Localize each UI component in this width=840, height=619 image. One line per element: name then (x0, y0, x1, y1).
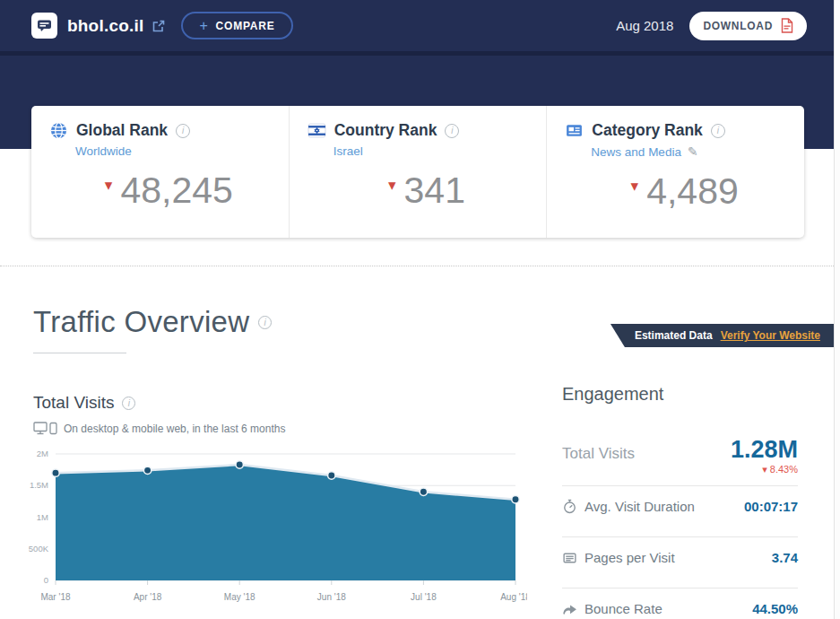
info-icon[interactable]: i (258, 316, 272, 329)
pages-per-visit-value: 3.74 (772, 550, 798, 565)
bounce-rate-label: Bounce Rate (585, 601, 662, 616)
info-icon[interactable]: i (122, 397, 135, 410)
total-visits-label: Total Visits (562, 437, 635, 463)
svg-text:1M: 1M (37, 512, 48, 522)
category-link[interactable]: News and Media (591, 145, 681, 159)
report-date[interactable]: Aug 2018 (616, 18, 673, 33)
bounce-rate-row: Bounce Rate 44.50% (562, 588, 798, 619)
svg-text:Aug '18: Aug '18 (500, 592, 527, 602)
bounce-arrow-icon (562, 601, 577, 616)
pages-per-visit-row: Pages per Visit 3.74 (562, 537, 798, 578)
category-rank-panel: Category Rank i News and Media ✎ ▾4,489 (546, 106, 804, 238)
svg-text:Jul '18: Jul '18 (411, 592, 437, 602)
israel-flag-icon (307, 121, 326, 140)
site-name: bhol.co.il (67, 16, 143, 36)
chart-subtitle: On desktop & mobile web, in the last 6 m… (33, 422, 285, 435)
info-icon[interactable]: i (711, 124, 725, 138)
info-icon[interactable]: i (445, 124, 459, 138)
country-rank-value: ▾341 (307, 170, 547, 212)
pages-per-visit-label: Pages per Visit (585, 550, 675, 565)
avg-visit-duration-label: Avg. Visit Duration (585, 499, 695, 514)
global-rank-title: Global Rank (76, 121, 168, 140)
rank-down-icon: ▾ (105, 177, 113, 194)
site-favicon (31, 13, 57, 39)
country-rank-panel: Country Rank i Israel ▾341 (289, 106, 547, 238)
svg-text:0: 0 (44, 575, 48, 585)
avg-visit-duration-value: 00:07:17 (744, 499, 798, 514)
pdf-file-icon (781, 18, 793, 33)
svg-text:500K: 500K (29, 544, 49, 554)
page-edge (834, 0, 840, 619)
category-rank-title: Category Rank (592, 121, 703, 140)
change-down-icon: ▾ (762, 464, 767, 475)
svg-text:Mar '18: Mar '18 (40, 592, 70, 602)
change-badge: ▾ 8.43% (731, 464, 798, 475)
total-visits-chart[interactable]: 0500K1M1.5M2MMar '18Apr '18May '18Jun '1… (25, 445, 527, 608)
svg-text:May '18: May '18 (224, 592, 255, 602)
newspaper-icon (565, 121, 584, 140)
engagement-title: Engagement (562, 384, 798, 405)
plus-icon: + (199, 19, 208, 33)
top-bar: bhol.co.il + COMPARE Aug 2018 DOWNLOAD (0, 0, 834, 51)
global-rank-panel: Global Rank i Worldwide ▾48,245 (31, 106, 289, 238)
info-icon[interactable]: i (176, 124, 190, 138)
estimated-data-ribbon: Estimated Data Verify Your Website (611, 324, 834, 347)
download-button[interactable]: DOWNLOAD (689, 12, 807, 40)
total-visits-value: 1.28M (731, 437, 798, 462)
rank-summary-card: Global Rank i Worldwide ▾48,245 Country … (31, 106, 804, 238)
svg-text:Apr '18: Apr '18 (134, 592, 162, 602)
svg-text:Jun '18: Jun '18 (317, 592, 346, 602)
total-visits-row: Total Visits 1.28M ▾ 8.43% (562, 437, 798, 475)
rank-down-icon: ▾ (388, 177, 396, 194)
external-link-icon[interactable] (152, 19, 166, 33)
category-rank-value: ▾4,489 (565, 170, 804, 213)
engagement-panel: Engagement Total Visits 1.28M ▾ 8.43% Av… (562, 384, 798, 619)
title-underline (33, 353, 126, 353)
compare-label: COMPARE (216, 20, 275, 32)
estimated-data-label: Estimated Data (635, 329, 713, 342)
worldwide-link[interactable]: Worldwide (75, 144, 132, 158)
site-overview-page: bhol.co.il + COMPARE Aug 2018 DOWNLOAD (0, 0, 840, 619)
total-visits-heading: Total Visits i (33, 393, 135, 413)
verify-website-link[interactable]: Verify Your Website (721, 329, 820, 342)
pages-icon (562, 550, 577, 565)
traffic-overview-title: Traffic Overview i (33, 305, 272, 339)
compare-button[interactable]: + COMPARE (181, 12, 292, 39)
edit-pencil-icon[interactable]: ✎ (688, 144, 698, 159)
country-link[interactable]: Israel (333, 144, 363, 158)
desktop-mobile-icon (33, 422, 57, 435)
global-rank-value: ▾48,245 (49, 170, 289, 212)
download-label: DOWNLOAD (703, 20, 773, 32)
section-divider (0, 266, 834, 266)
chat-bubble-icon (37, 18, 52, 33)
rank-down-icon: ▾ (631, 178, 639, 195)
bounce-rate-value: 44.50% (752, 601, 798, 616)
avg-visit-duration-row: Avg. Visit Duration 00:07:17 (562, 486, 798, 527)
stopwatch-icon (562, 499, 577, 514)
svg-text:2M: 2M (37, 449, 48, 458)
country-rank-title: Country Rank (334, 121, 437, 140)
globe-icon (49, 121, 68, 140)
svg-text:1.5M: 1.5M (30, 480, 48, 490)
